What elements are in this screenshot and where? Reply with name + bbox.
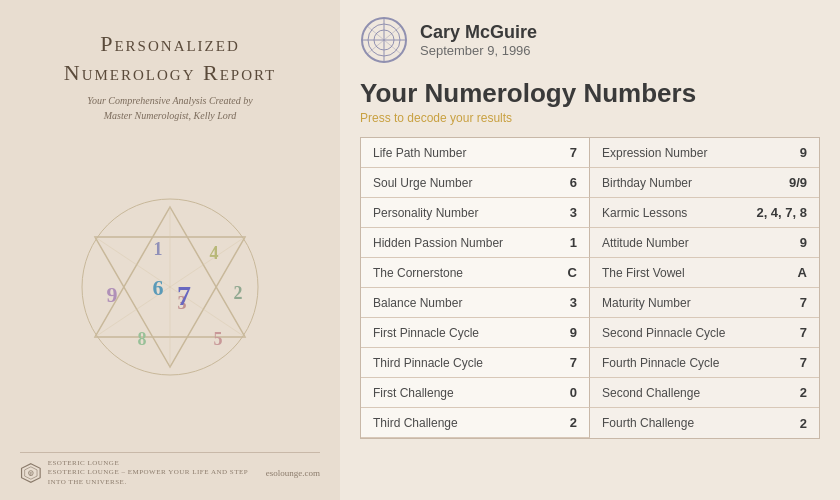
number-label: First Challenge (373, 386, 454, 400)
right-panel: Cary McGuire September 9, 1996 Your Nume… (340, 0, 840, 500)
brand-logo: E ESOTERIC LOUNGE Esoteric Lounge – Empo… (20, 459, 266, 488)
table-row[interactable]: Third Pinnacle Cycle 7 (361, 348, 590, 378)
user-avatar-icon (360, 16, 408, 64)
user-name: Cary McGuire (420, 22, 537, 43)
table-row[interactable]: Soul Urge Number 6 (361, 168, 590, 198)
left-panel: Personalized Numerology Report Your Comp… (0, 0, 340, 500)
left-title: Personalized Numerology Report Your Comp… (64, 30, 277, 123)
number-label: Third Challenge (373, 416, 458, 430)
number-label: Attitude Number (602, 236, 689, 250)
user-info: Cary McGuire September 9, 1996 (420, 22, 537, 58)
number-value: 2 (777, 385, 807, 400)
table-row[interactable]: Attitude Number 9 (590, 228, 819, 258)
table-row[interactable]: Karmic Lessons 2, 4, 7, 8 (590, 198, 819, 228)
table-row[interactable]: First Challenge 0 (361, 378, 590, 408)
table-row[interactable]: Expression Number 9 (590, 138, 819, 168)
number-label: Second Challenge (602, 386, 700, 400)
table-row[interactable]: Life Path Number 7 (361, 138, 590, 168)
number-value: 2 (547, 415, 577, 430)
logo-icon: E (20, 459, 42, 487)
report-title: Personalized Numerology Report (64, 30, 277, 87)
number-label: Personality Number (373, 206, 478, 220)
user-date: September 9, 1996 (420, 43, 537, 58)
number-label: First Pinnacle Cycle (373, 326, 479, 340)
number-label: Balance Number (373, 296, 462, 310)
table-row[interactable]: The First Vowel A (590, 258, 819, 288)
number-label: Soul Urge Number (373, 176, 472, 190)
svg-text:6: 6 (153, 275, 164, 300)
user-header: Cary McGuire September 9, 1996 (360, 16, 820, 64)
table-row[interactable]: Third Challenge 2 (361, 408, 590, 438)
number-value: 9 (547, 325, 577, 340)
table-row[interactable]: Hidden Passion Number 1 (361, 228, 590, 258)
brand-tagline: Esoteric Lounge – Empower Your Life and … (48, 468, 266, 488)
numbers-grid: Life Path Number 7 Expression Number 9 S… (360, 137, 820, 439)
left-footer: E ESOTERIC LOUNGE Esoteric Lounge – Empo… (20, 452, 320, 488)
svg-text:4: 4 (210, 243, 219, 263)
table-row[interactable]: Fourth Pinnacle Cycle 7 (590, 348, 819, 378)
table-row[interactable]: Personality Number 3 (361, 198, 590, 228)
report-subtitle: Your Comprehensive Analysis Created by M… (64, 93, 277, 123)
number-value: 6 (547, 175, 577, 190)
number-label: Hidden Passion Number (373, 236, 503, 250)
number-value: 3 (547, 205, 577, 220)
section-title: Your Numerology Numbers (360, 78, 820, 109)
number-label: The First Vowel (602, 266, 685, 280)
svg-text:5: 5 (214, 329, 223, 349)
number-label: Fourth Challenge (602, 416, 694, 430)
number-value: 9/9 (777, 175, 807, 190)
svg-text:9: 9 (107, 282, 118, 307)
number-label: Life Path Number (373, 146, 466, 160)
table-row[interactable]: First Pinnacle Cycle 9 (361, 318, 590, 348)
table-row[interactable]: Maturity Number 7 (590, 288, 819, 318)
footer-url: esolounge.com (266, 468, 320, 478)
section-subtitle: Press to decode your results (360, 111, 820, 125)
number-value: 3 (547, 295, 577, 310)
number-value: 7 (547, 355, 577, 370)
table-row[interactable]: The Cornerstone C (361, 258, 590, 288)
number-value: 7 (547, 145, 577, 160)
number-value: 7 (777, 325, 807, 340)
brand-name: ESOTERIC LOUNGE (48, 459, 266, 469)
number-label: Maturity Number (602, 296, 691, 310)
number-label: The Cornerstone (373, 266, 463, 280)
number-value: 2, 4, 7, 8 (756, 205, 807, 220)
table-row[interactable]: Balance Number 3 (361, 288, 590, 318)
number-value: 7 (777, 295, 807, 310)
number-value: 7 (777, 355, 807, 370)
number-label: Expression Number (602, 146, 707, 160)
number-value: 9 (777, 145, 807, 160)
number-value: 0 (547, 385, 577, 400)
number-label: Second Pinnacle Cycle (602, 326, 725, 340)
number-value: C (547, 265, 577, 280)
table-row[interactable]: Second Pinnacle Cycle 7 (590, 318, 819, 348)
brand-text: ESOTERIC LOUNGE Esoteric Lounge – Empowe… (48, 459, 266, 488)
table-row[interactable]: Fourth Challenge 2 (590, 408, 819, 438)
svg-text:7: 7 (177, 280, 191, 311)
svg-text:2: 2 (234, 283, 243, 303)
number-label: Fourth Pinnacle Cycle (602, 356, 719, 370)
number-label: Birthday Number (602, 176, 692, 190)
svg-text:1: 1 (154, 239, 163, 259)
number-value: 1 (547, 235, 577, 250)
table-row[interactable]: Second Challenge 2 (590, 378, 819, 408)
number-value: 9 (777, 235, 807, 250)
number-label: Karmic Lessons (602, 206, 687, 220)
number-label: Third Pinnacle Cycle (373, 356, 483, 370)
number-value: 2 (777, 416, 807, 431)
table-row[interactable]: Birthday Number 9/9 (590, 168, 819, 198)
number-value: A (777, 265, 807, 280)
star-symbol: 1 2 3 4 5 6 7 8 9 (70, 187, 270, 387)
svg-text:8: 8 (138, 329, 147, 349)
